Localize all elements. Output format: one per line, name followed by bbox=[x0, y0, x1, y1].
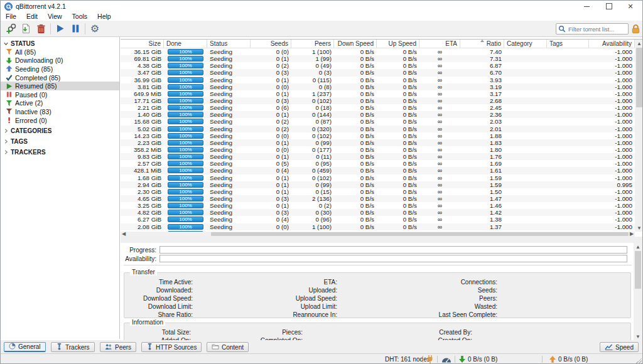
title-bar[interactable]: qBittorrent v4.2.1 ✕ bbox=[1, 1, 642, 12]
table-row[interactable]: 1.40 GiB100%Seeding0 (1)0 (144)0 B/s0 B/… bbox=[121, 111, 635, 118]
tab-trackers[interactable]: Trackers bbox=[51, 342, 95, 352]
table-row[interactable]: 2.08 GiB100%Seeding0 (0)1 (100)0 B/s0 B/… bbox=[121, 223, 635, 230]
column-header-up-speed[interactable]: Up Speed bbox=[377, 40, 419, 48]
sidebar-item-resumed[interactable]: Resumed (85) bbox=[1, 82, 119, 90]
resume-icon[interactable] bbox=[53, 23, 68, 35]
column-header-eta[interactable]: ETA bbox=[419, 40, 460, 48]
sidebar-section-header-status[interactable]: STATUS bbox=[1, 40, 119, 48]
table-row[interactable]: 4.82 GiB100%Seeding0 (3)0 (30)0 B/s0 B/s… bbox=[121, 209, 635, 216]
options-icon[interactable]: ⚙ bbox=[87, 23, 102, 35]
table-row[interactable]: 2.21 GiB100%Seeding0 (6)0 (18)0 B/s0 B/s… bbox=[121, 104, 635, 111]
column-header-down-speed[interactable]: Down Speed bbox=[334, 40, 377, 48]
sidebar-section-header-tags[interactable]: TAGS bbox=[1, 137, 119, 146]
column-header-peers[interactable]: Peers bbox=[291, 40, 334, 48]
scroll-left-icon[interactable]: ◀ bbox=[121, 232, 127, 237]
tab-content[interactable]: Content bbox=[207, 342, 249, 352]
table-row[interactable]: 36.15 GiB100%Seeding0 (0)1 (100)0 B/s0 B… bbox=[121, 48, 635, 55]
sidebar-item-all[interactable]: All (85) bbox=[1, 48, 119, 56]
table-row[interactable]: 5.02 GiB100%Seeding0 (2)0 (320)0 B/s0 B/… bbox=[121, 126, 635, 132]
cell-ratio: 1.59 bbox=[460, 181, 504, 188]
sidebar-item-paused[interactable]: Paused (0) bbox=[1, 90, 119, 99]
sidebar-item-active[interactable]: Active (2) bbox=[1, 99, 119, 108]
table-row[interactable]: 3.81 GiB100%Seeding0 (0)0 (8)0 B/s0 B/s∞… bbox=[121, 83, 635, 90]
table-row[interactable]: 17.71 GiB100%Seeding0 (3)0 (102)0 B/s0 B… bbox=[121, 97, 635, 104]
sidebar-item-errored[interactable]: Errored (0) bbox=[1, 116, 119, 125]
sidebar-section-header-categories[interactable]: CATEGORIES bbox=[1, 127, 119, 135]
separator bbox=[423, 356, 423, 363]
lock-icon[interactable] bbox=[631, 24, 640, 34]
column-header-done[interactable]: Done bbox=[164, 40, 207, 48]
maximize-button[interactable] bbox=[598, 1, 620, 12]
table-row[interactable]: 69.81 GiB100%Seeding0 (1)1 (99)0 B/s0 B/… bbox=[121, 55, 635, 62]
add-torrent-link-icon[interactable] bbox=[3, 23, 18, 35]
table-row[interactable]: 428.1 MiB100%Seeding0 (4)0 (459)0 B/s0 B… bbox=[121, 167, 635, 174]
speed-limits-icon[interactable] bbox=[441, 354, 451, 364]
cell-status: Seeding bbox=[207, 62, 251, 69]
scrollbar-thumb[interactable] bbox=[211, 232, 629, 236]
column-header-tags[interactable]: Tags bbox=[547, 40, 589, 48]
filter-input[interactable] bbox=[567, 25, 627, 33]
scroll-up-icon[interactable]: ▲ bbox=[635, 40, 643, 47]
table-row[interactable]: 2.23 GiB100%Seeding0 (1)0 (99)0 B/s0 B/s… bbox=[121, 139, 635, 146]
delete-icon[interactable] bbox=[33, 23, 48, 35]
table-row[interactable]: 9.83 GiB100%Seeding0 (1)0 (11)0 B/s0 B/s… bbox=[121, 153, 635, 160]
progress-bar: 100% bbox=[168, 140, 203, 146]
speed-button[interactable]: Speed bbox=[600, 342, 639, 352]
tab-general[interactable]: General bbox=[4, 342, 46, 352]
table-row[interactable]: 3.25 GiB100%Seeding0 (1)0 (2)0 B/s0 B/s∞… bbox=[121, 202, 635, 209]
sidebar-item-inactive[interactable]: Inactive (83) bbox=[1, 107, 119, 116]
tab-http-sources[interactable]: HTTP Sources bbox=[141, 342, 202, 352]
menu-view[interactable]: View bbox=[43, 13, 67, 20]
table-row[interactable]: 15.68 GiB100%Seeding0 (2)0 (87)0 B/s0 B/… bbox=[121, 118, 635, 125]
details-vertical-scrollbar[interactable]: ▲ ▼ bbox=[634, 243, 642, 340]
menu-file[interactable]: File bbox=[1, 13, 21, 20]
sidebar-item-downloading[interactable]: Downloading (0) bbox=[1, 56, 119, 65]
table-row[interactable]: 36.99 GiB100%Seeding0 (1)0 (115)0 B/s0 B… bbox=[121, 77, 635, 83]
column-header-ratio[interactable]: Ratio bbox=[460, 40, 504, 48]
table-horizontal-scrollbar[interactable]: ◀ ▶ bbox=[121, 232, 635, 237]
sidebar-section-tags: TAGS bbox=[1, 137, 119, 146]
panel-splitter[interactable] bbox=[121, 237, 643, 243]
progress-bar: 100% bbox=[168, 147, 203, 153]
scroll-down-icon[interactable]: ▼ bbox=[634, 333, 642, 340]
tab-peers[interactable]: Peers bbox=[100, 342, 136, 352]
resize-grip[interactable] bbox=[635, 358, 642, 364]
table-row[interactable]: 649.9 MiB100%Seeding0 (1)1 (237)0 B/s0 B… bbox=[121, 90, 635, 97]
table-row[interactable]: 4.38 GiB100%Seeding0 (2)0 (49)0 B/s0 B/s… bbox=[121, 62, 635, 69]
table-row[interactable]: 3.47 GiB100%Seeding0 (3)0 (3)0 B/s0 B/s∞… bbox=[121, 69, 635, 76]
table-row[interactable]: 1.68 GiB100%Seeding0 (1)0 (102)0 B/s0 B/… bbox=[121, 174, 635, 181]
table-row[interactable]: 2.94 GiB100%Seeding0 (1)0 (99)0 B/s0 B/s… bbox=[121, 181, 635, 188]
scroll-down-icon[interactable]: ▼ bbox=[635, 224, 643, 232]
connection-status-icon[interactable] bbox=[427, 354, 433, 364]
minimize-button[interactable] bbox=[576, 1, 597, 12]
menu-tools[interactable]: Tools bbox=[67, 13, 93, 20]
pause-icon[interactable] bbox=[68, 23, 83, 35]
column-header-size[interactable]: Size bbox=[121, 40, 164, 48]
menu-edit[interactable]: Edit bbox=[21, 13, 43, 20]
scroll-up-icon[interactable]: ▲ bbox=[634, 243, 642, 250]
menu-help[interactable]: Help bbox=[92, 13, 116, 20]
table-row[interactable]: 6.27 GiB100%Seeding0 (4)0 (96)0 B/s0 B/s… bbox=[121, 216, 635, 223]
cell-done: 100% bbox=[164, 168, 207, 173]
cell-ratio: 3.17 bbox=[460, 90, 504, 97]
table-vertical-scrollbar[interactable]: ▲ ▼ bbox=[635, 40, 643, 232]
column-header-availability[interactable]: Availability bbox=[589, 40, 635, 48]
cell-down-speed: 0 B/s bbox=[334, 139, 377, 146]
table-row[interactable]: 4.65 GiB100%Seeding0 (3)2 (136)0 B/s0 B/… bbox=[121, 195, 635, 202]
column-header-category[interactable]: Category bbox=[504, 40, 547, 48]
close-button[interactable]: ✕ bbox=[620, 1, 641, 12]
sidebar-item-seeding[interactable]: Seeding (85) bbox=[1, 65, 119, 73]
table-row[interactable]: 14.23 GiB100%Seeding0 (0)0 (102)0 B/s0 B… bbox=[121, 132, 635, 139]
scrollbar-thumb[interactable] bbox=[635, 251, 641, 289]
sidebar-section-header-trackers[interactable]: TRACKERS bbox=[1, 148, 119, 156]
column-header-seeds[interactable]: Seeds bbox=[251, 40, 291, 48]
sidebar-item-completed[interactable]: Completed (85) bbox=[1, 73, 119, 82]
column-header-status[interactable]: Status bbox=[207, 40, 251, 48]
cell-peers: 1 (99) bbox=[291, 55, 334, 62]
scroll-right-icon[interactable]: ▶ bbox=[629, 232, 635, 237]
table-row[interactable]: 358.2 MiB100%Seeding0 (0)0 (177)0 B/s0 B… bbox=[121, 146, 635, 153]
table-row[interactable]: 2.30 GiB100%Seeding0 (1)0 (15)0 B/s0 B/s… bbox=[121, 188, 635, 195]
add-torrent-file-icon[interactable] bbox=[18, 23, 33, 35]
scrollbar-thumb[interactable] bbox=[636, 48, 642, 107]
table-row[interactable]: 2.57 GiB100%Seeding0 (5)0 (95)0 B/s0 B/s… bbox=[121, 160, 635, 167]
